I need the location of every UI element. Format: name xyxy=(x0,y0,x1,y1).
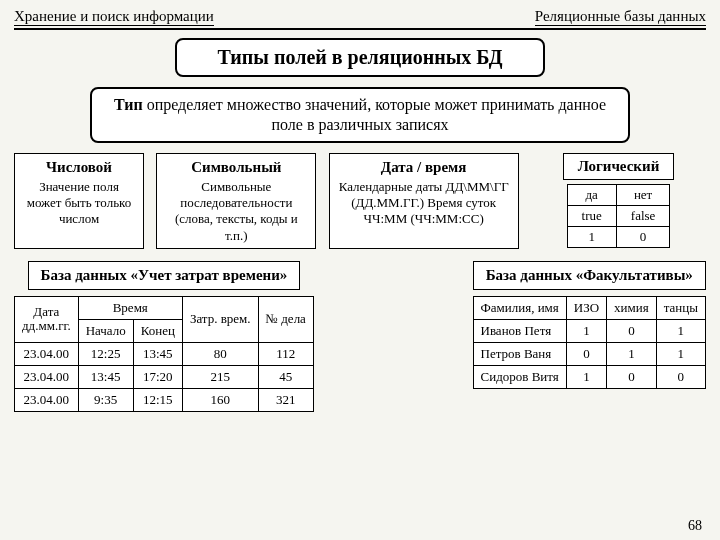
definition-bold: Тип xyxy=(114,96,143,113)
db-row: База данных «Учет затрат времени» Датадд… xyxy=(14,261,706,412)
logic-cell: нет xyxy=(616,185,670,206)
col-chem: химия xyxy=(607,296,657,319)
type-symbolic: Символьный Символьные последовательности… xyxy=(156,153,316,249)
db-time-col: База данных «Учет затрат времени» Датадд… xyxy=(14,261,314,412)
page-title: Типы полей в реляционных БД xyxy=(175,38,545,77)
header-row: Хранение и поиск информации Реляционные … xyxy=(14,8,706,26)
table-row: 23.04.0013:4517:2021545 xyxy=(15,365,314,388)
type-numeric: Числовой Значение поля может быть только… xyxy=(14,153,144,249)
type-symbolic-desc: Символьные последовательности (слова, те… xyxy=(175,179,298,243)
logic-cell: 1 xyxy=(567,227,616,248)
col-date-sub: дд.мм.гг. xyxy=(22,318,71,333)
db-fac-col: База данных «Факультативы» Фамилия, имя … xyxy=(473,261,707,412)
definition-text: определяет множество значений, которые м… xyxy=(143,96,606,133)
logic-cell: false xyxy=(616,206,670,227)
db-time-table: Датадд.мм.гг. Время Затр. врем. № дела Н… xyxy=(14,296,314,412)
type-symbolic-title: Символьный xyxy=(163,158,309,177)
col-dance: танцы xyxy=(656,296,705,319)
col-name: Фамилия, имя xyxy=(473,296,566,319)
logic-cell: true xyxy=(567,206,616,227)
db-fac-table: Фамилия, имя ИЗО химия танцы Иванов Петя… xyxy=(473,296,707,389)
table-row: 23.04.009:3512:15160321 xyxy=(15,388,314,411)
logical-table: данет truefalse 10 xyxy=(567,184,671,248)
type-numeric-title: Числовой xyxy=(21,158,137,177)
table-row: Петров Ваня011 xyxy=(473,342,706,365)
header-left: Хранение и поиск информации xyxy=(14,8,214,26)
db-time-title: База данных «Учет затрат времени» xyxy=(28,261,301,290)
logic-cell: да xyxy=(567,185,616,206)
definition-box: Тип определяет множество значений, котор… xyxy=(90,87,630,143)
type-datetime-desc: Календарные даты ДД\ММ\ГГ (ДД.ММ.ГГ.) Вр… xyxy=(339,179,509,227)
type-datetime: Дата / время Календарные даты ДД\ММ\ГГ (… xyxy=(329,153,519,249)
col-start: Начало xyxy=(78,319,133,342)
types-row: Числовой Значение поля может быть только… xyxy=(14,153,706,249)
col-end: Конец xyxy=(133,319,182,342)
type-logical: Логический данет truefalse 10 xyxy=(531,153,706,249)
type-numeric-desc: Значение поля может быть только числом xyxy=(27,179,132,227)
header-rule xyxy=(14,28,706,30)
page-number: 68 xyxy=(688,518,702,534)
header-right: Реляционные базы данных xyxy=(535,8,706,26)
col-time: Время xyxy=(78,296,182,319)
type-logical-title: Логический xyxy=(563,153,675,180)
table-row: Сидоров Витя100 xyxy=(473,365,706,388)
col-spent: Затр. врем. xyxy=(182,296,258,342)
db-fac-title: База данных «Факультативы» xyxy=(473,261,706,290)
col-date: Дата xyxy=(33,304,59,319)
col-izo: ИЗО xyxy=(566,296,606,319)
table-row: 23.04.0012:2513:4580112 xyxy=(15,342,314,365)
type-datetime-title: Дата / время xyxy=(336,158,512,177)
logic-cell: 0 xyxy=(616,227,670,248)
table-row: Иванов Петя101 xyxy=(473,319,706,342)
col-task: № дела xyxy=(258,296,313,342)
